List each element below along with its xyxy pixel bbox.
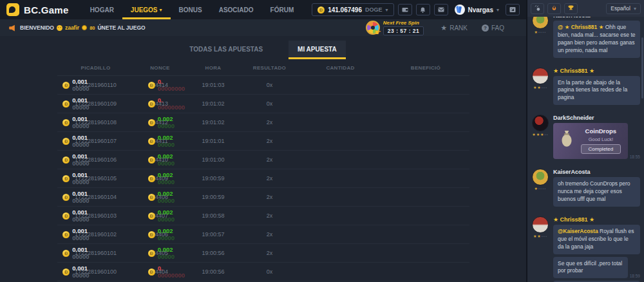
- moneybag-icon: [558, 130, 575, 152]
- message-timestamp: 18:59: [630, 274, 640, 278]
- nav-item-asociado[interactable]: ASOCIADO: [211, 0, 262, 19]
- join-game-label: ÚNETE AL JUEGO: [97, 24, 145, 31]
- table-row: 17222819601087441219:01:022xÐ0.00100000D…: [57, 113, 469, 132]
- next-free-spin[interactable]: ☛ Next Free Spin 23 : 57 : 21: [366, 20, 424, 35]
- bcgame-logo-icon: [6, 3, 19, 16]
- tab-mi-apuesta[interactable]: MI APUESTA: [289, 41, 346, 59]
- table-row: 17222819601047440819:00:592xÐ0.00100000D…: [57, 188, 469, 207]
- amount-pad: 00000: [158, 122, 175, 129]
- star-icon: ★: [440, 24, 447, 32]
- coindrops-completed-button[interactable]: Completed: [581, 144, 621, 154]
- amount-pad: 00000000: [158, 104, 185, 111]
- dot-icon: •: [547, 133, 549, 136]
- tab-todas-las-apuestas[interactable]: TODAS LAS APUESTAS: [180, 41, 272, 59]
- announcement-text[interactable]: BIENVENIDO zaafir 80 ÚNETE AL JUEGO: [20, 24, 146, 31]
- doge-coin-icon: Ð: [62, 100, 70, 108]
- doge-coin-icon: Ð: [62, 194, 70, 201]
- doge-coin-icon: Ð: [317, 6, 325, 14]
- dot-icon: •: [545, 234, 547, 238]
- main-area: BC.Game HOGARJUEGOS▾BONUSASOCIADOFÓRUM Ð…: [0, 0, 526, 282]
- chevron-down-icon: ▾: [497, 7, 499, 13]
- user-level-stars: ★★•••: [533, 234, 547, 238]
- spin-timer: 23 : 57 : 21: [383, 26, 424, 35]
- vip-level: 80: [90, 25, 95, 31]
- user-menu[interactable]: Nvargas ▾: [455, 5, 499, 15]
- table-row: 17222819601007440419:00:560xÐ0.00100000D…: [57, 263, 469, 281]
- navbar-right: Ð 141.067496 DOGE ▾ Nvargas ▾: [312, 3, 520, 16]
- bc-game-app: BC.Game HOGARJUEGOS▾BONUSASOCIADOFÓRUM Ð…: [0, 0, 644, 282]
- balance-selector[interactable]: Ð 141.067496 DOGE ▾: [312, 3, 393, 16]
- amount-pad: 00000: [158, 141, 175, 148]
- chat-username[interactable]: ★ Chriss881 ★: [553, 216, 640, 223]
- avatar[interactable]: [532, 169, 549, 185]
- avatar[interactable]: [532, 216, 549, 233]
- doge-coin-icon: Ð: [62, 250, 70, 257]
- spin-label: Next Free Spin: [383, 20, 424, 26]
- chat-message-body: KaiserAcosta@ ★ Chriss881 ★ Ohh que bien…: [553, 17, 640, 61]
- amount-pad: 00000: [72, 216, 89, 223]
- chat-flame-button[interactable]: [547, 3, 561, 14]
- ribbon-icon: [458, 6, 462, 14]
- nav-item-bonus[interactable]: BONUS: [171, 0, 211, 19]
- logo[interactable]: BC.Game: [6, 3, 69, 16]
- nav-menu: HOGARJUEGOS▾BONUSASOCIADOFÓRUM: [82, 0, 303, 19]
- chat-panel: Español ▾ ★••••KaiserAcosta@ ★ Chriss881…: [526, 0, 644, 282]
- nav-item-juegos[interactable]: JUEGOS▾: [122, 0, 171, 19]
- faq-link[interactable]: ? FAQ: [482, 24, 504, 32]
- doge-coin-icon: Ð: [62, 231, 70, 238]
- amount-pad: 00000: [72, 160, 89, 167]
- mention-link[interactable]: @ ★ Chriss881 ★: [558, 24, 603, 30]
- emoji-icon: [57, 25, 62, 31]
- chat-bubble: oh tremendo CounDrops pero nunca me deja…: [553, 177, 640, 207]
- user-level-stars: ★★★••: [532, 133, 548, 136]
- chat-trophy-button[interactable]: [564, 3, 578, 14]
- nav-item-forum[interactable]: FÓRUM: [262, 0, 303, 19]
- wallet-button[interactable]: [398, 4, 412, 15]
- notifications-button[interactable]: [416, 4, 430, 15]
- bubble-wrap: @ ★ Chriss881 ★ Ohh que bien, nada mal..…: [553, 21, 640, 58]
- chat-sparkle-button[interactable]: [531, 3, 544, 14]
- table-row: 17222819601057440919:00:592xÐ0.00100000D…: [57, 169, 469, 188]
- avatar[interactable]: [532, 17, 549, 29]
- nav-item-label: JUEGOS: [131, 6, 158, 14]
- doge-coin-icon: Ð: [148, 138, 155, 145]
- doge-coin-icon: Ð: [148, 231, 155, 238]
- chat-username[interactable]: KaiserAcosta: [553, 17, 640, 19]
- chat-scrollbar[interactable]: [641, 37, 643, 99]
- chat-message-left: ★★•••: [531, 68, 549, 108]
- profit-cell: Ð0.00000000DOGE: [383, 265, 469, 279]
- mention-link[interactable]: @KaiserAcosta: [558, 228, 598, 234]
- doge-coin-icon: Ð: [148, 156, 155, 164]
- message-timestamp: 18:55: [630, 155, 640, 159]
- chat-message-list: ★••••KaiserAcosta@ ★ Chriss881 ★ Ohh que…: [527, 17, 644, 282]
- chat-username[interactable]: ★ Chriss881 ★: [553, 68, 640, 74]
- profit-cell: Ð0.00200000DOGE: [383, 171, 469, 185]
- avatar[interactable]: [532, 115, 549, 131]
- avatar[interactable]: [532, 68, 549, 84]
- doge-coin-icon: Ð: [148, 175, 155, 182]
- amount-pad: 00000: [158, 197, 175, 204]
- chat-toggle-button[interactable]: [506, 4, 520, 15]
- balance-currency: DOGE: [365, 6, 383, 13]
- rank-link[interactable]: ★ RANK: [440, 24, 468, 32]
- top-navbar: BC.Game HOGARJUEGOS▾BONUSASOCIADOFÓRUM Ð…: [0, 0, 526, 19]
- chat-username[interactable]: DarkSchneider: [553, 115, 640, 121]
- coindrops-subtitle: Good Luck!: [589, 136, 613, 142]
- chat-bubble: @ ★ Chriss881 ★ Ohh que bien, nada mal..…: [553, 21, 640, 58]
- column-header-resultado: RESULTADO: [241, 65, 299, 71]
- table-header: PICADILLONONCEHORARESULTADOCANTIDADBENEF…: [57, 61, 469, 76]
- coindrops-card[interactable]: CoinDropsGood Luck!Completed: [553, 123, 628, 159]
- column-header-picadillo: PICADILLO: [57, 65, 135, 71]
- language-selector[interactable]: Español ▾: [606, 3, 641, 14]
- pointer-hand-icon: ☛: [375, 28, 381, 37]
- messages-button[interactable]: [434, 4, 448, 15]
- bets-section: TODAS LAS APUESTASMI APUESTA PICADILLONO…: [0, 36, 526, 282]
- rank-label: RANK: [450, 24, 468, 32]
- chat-username[interactable]: KaiserAcosta: [553, 169, 640, 175]
- bubble-wrap: oh tremendo CounDrops pero nunca me deja…: [553, 177, 640, 207]
- doge-coin-icon: Ð: [62, 212, 70, 220]
- sparkle-icon: [534, 4, 541, 14]
- amount-pad: 00000000: [158, 272, 185, 279]
- nav-item-hogar[interactable]: HOGAR: [82, 0, 122, 19]
- flame-icon: [551, 4, 558, 14]
